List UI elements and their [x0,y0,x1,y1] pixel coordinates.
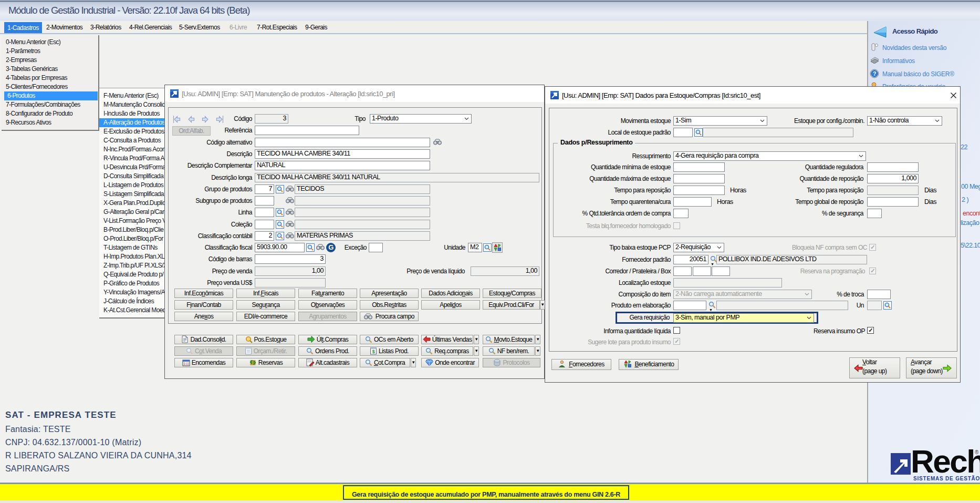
svg-text:?: ? [873,71,876,77]
